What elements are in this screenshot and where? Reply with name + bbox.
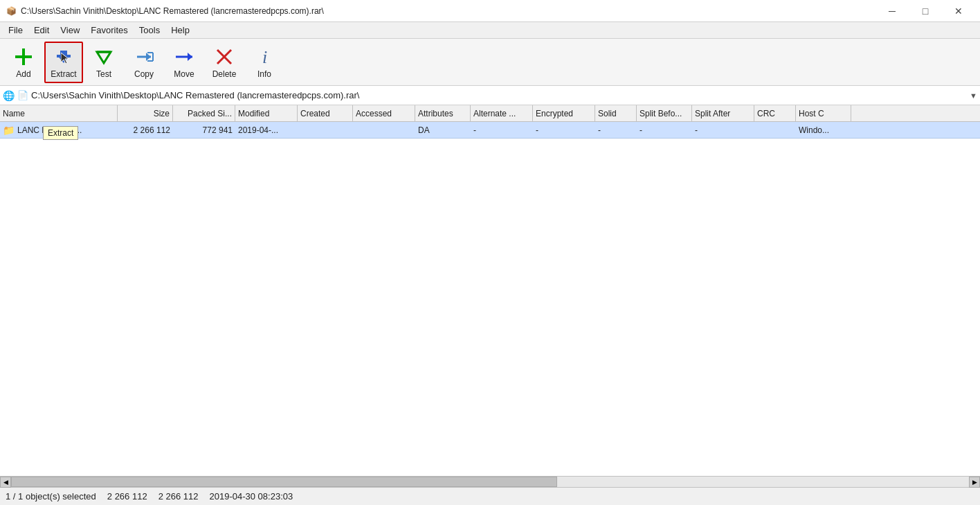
- menu-tools[interactable]: Tools: [134, 24, 165, 37]
- status-size2: 2 266 112: [158, 491, 199, 502]
- title-bar: 📦 C:\Users\Sachin Vinith\Desktop\LANC Re…: [0, 0, 980, 22]
- column-headers: Name Size Packed Si... Modified Created …: [0, 105, 980, 122]
- file-packed: 772 941: [173, 125, 235, 135]
- file-solid: -: [595, 125, 637, 135]
- svg-text:i: i: [262, 47, 267, 67]
- folder-icon: 📁: [3, 125, 15, 136]
- address-bar: 🌐 📄 C:\Users\Sachin Vinith\Desktop\LANC …: [0, 86, 980, 105]
- test-button[interactable]: Test: [84, 42, 123, 83]
- window-controls: ─ □ ✕: [876, 0, 974, 22]
- col-alternate[interactable]: Alternate ...: [471, 105, 533, 121]
- file-encrypted: -: [533, 125, 595, 135]
- move-label: Move: [174, 69, 194, 79]
- nav-back-icon[interactable]: 🌐: [3, 90, 15, 101]
- col-solid[interactable]: Solid: [595, 105, 637, 121]
- maximize-button[interactable]: □: [909, 0, 941, 22]
- delete-button[interactable]: Delete: [205, 42, 244, 83]
- extract-label: Extract: [51, 69, 76, 79]
- menu-bar: File Edit View Favorites Tools Help: [0, 22, 980, 39]
- copy-button[interactable]: Copy: [125, 42, 163, 83]
- status-size1: 2 266 112: [107, 491, 147, 502]
- add-label: Add: [16, 69, 30, 79]
- add-icon: [12, 46, 35, 68]
- app-icon: 📦: [6, 6, 17, 17]
- col-splitbefore[interactable]: Split Befo...: [637, 105, 692, 121]
- menu-edit[interactable]: Edit: [28, 24, 55, 37]
- extract-button[interactable]: Extract: [44, 42, 83, 83]
- address-text: C:\Users\Sachin Vinith\Desktop\LANC Rema…: [31, 90, 967, 100]
- svg-marker-13: [188, 53, 192, 61]
- minimize-button[interactable]: ─: [876, 0, 908, 22]
- delete-icon: [213, 46, 235, 68]
- scroll-thumb[interactable]: [11, 477, 557, 487]
- col-name[interactable]: Name: [0, 105, 118, 121]
- svg-rect-1: [15, 55, 32, 58]
- file-size: 2 266 112: [118, 125, 173, 135]
- file-splitbefore: -: [637, 125, 692, 135]
- col-encrypted[interactable]: Encrypted: [533, 105, 595, 121]
- file-splitafter: -: [692, 125, 754, 135]
- extract-icon: [53, 46, 75, 68]
- scroll-left-arrow[interactable]: ◀: [0, 477, 11, 488]
- file-list[interactable]: 📁 LANC Remaste... 2 266 112 772 941 2019…: [0, 122, 980, 476]
- move-icon: [173, 46, 195, 68]
- file-alternate: -: [471, 125, 533, 135]
- copy-icon: [133, 46, 155, 68]
- svg-marker-5: [97, 52, 111, 63]
- menu-view[interactable]: View: [55, 24, 85, 37]
- info-button[interactable]: i Info: [245, 42, 284, 83]
- col-attributes[interactable]: Attributes: [415, 105, 471, 121]
- scroll-right-arrow[interactable]: ▶: [969, 477, 980, 488]
- address-dropdown-icon[interactable]: ▼: [970, 91, 977, 100]
- info-label: Info: [257, 69, 271, 79]
- col-crc[interactable]: CRC: [754, 105, 796, 121]
- file-name-cell: 📁 LANC Remaste...: [0, 125, 118, 136]
- toolbar: Add Extract Test: [0, 39, 980, 86]
- svg-marker-8: [146, 53, 151, 61]
- col-splitafter[interactable]: Split After: [692, 105, 754, 121]
- test-icon: [93, 46, 115, 68]
- scroll-track[interactable]: [11, 477, 969, 487]
- col-accessed[interactable]: Accessed: [353, 105, 415, 121]
- col-packed[interactable]: Packed Si...: [173, 105, 235, 121]
- close-button[interactable]: ✕: [943, 0, 974, 22]
- menu-file[interactable]: File: [3, 24, 28, 37]
- file-modified: 2019-04-...: [235, 125, 298, 135]
- menu-help[interactable]: Help: [165, 24, 195, 37]
- status-selection: 1 / 1 object(s) selected: [6, 491, 96, 502]
- horizontal-scrollbar[interactable]: ◀ ▶: [0, 476, 980, 487]
- col-modified[interactable]: Modified: [235, 105, 298, 121]
- add-button[interactable]: Add: [4, 42, 43, 83]
- status-bar: 1 / 1 object(s) selected 2 266 112 2 266…: [0, 487, 980, 505]
- col-created[interactable]: Created: [298, 105, 353, 121]
- file-attributes: DA: [415, 125, 471, 135]
- status-date: 2019-04-30 08:23:03: [209, 491, 293, 502]
- file-icon: 📄: [17, 90, 28, 100]
- title-text: C:\Users\Sachin Vinith\Desktop\LANC Rema…: [21, 6, 876, 16]
- col-size[interactable]: Size: [118, 105, 173, 121]
- copy-label: Copy: [134, 69, 154, 79]
- col-host[interactable]: Host C: [796, 105, 851, 121]
- file-name: LANC Remaste...: [17, 125, 82, 135]
- menu-favorites[interactable]: Favorites: [85, 24, 133, 37]
- info-icon: i: [253, 46, 275, 68]
- test-label: Test: [96, 69, 111, 79]
- file-host: Windo...: [796, 125, 851, 135]
- move-button[interactable]: Move: [165, 42, 203, 83]
- svg-marker-3: [57, 51, 71, 63]
- table-row[interactable]: 📁 LANC Remaste... 2 266 112 772 941 2019…: [0, 122, 980, 139]
- delete-label: Delete: [212, 69, 237, 79]
